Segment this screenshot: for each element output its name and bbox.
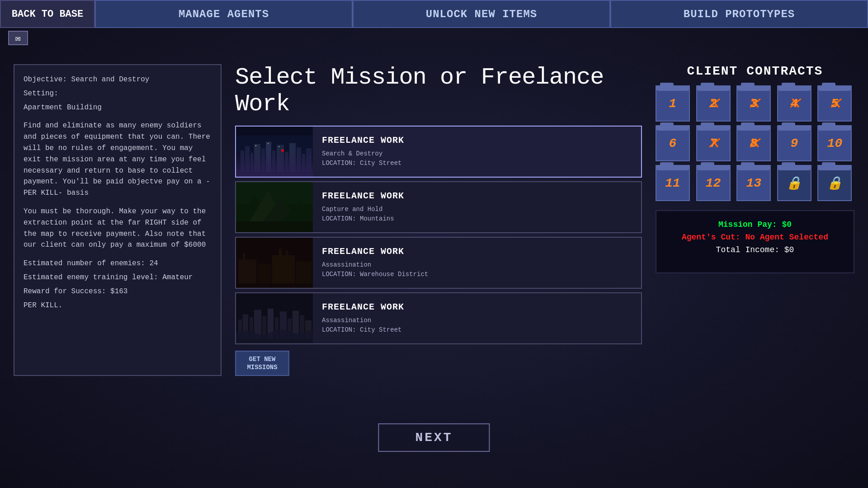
contract-number-4: 4 xyxy=(790,97,798,111)
folder-tab-15 xyxy=(822,162,835,167)
svg-rect-2 xyxy=(241,150,244,172)
contracts-grid: 12✕3✕4✕5✕67✕8✕910111213🔒🔒 xyxy=(656,85,854,201)
svg-rect-11 xyxy=(289,143,296,173)
mission-objective: Objective: Search and Destroy xyxy=(24,74,212,85)
mission-card-4[interactable]: FREELANCE WORK Assassination LOCATION: C… xyxy=(235,292,642,344)
mission-mission-type-3: Assassination xyxy=(322,261,371,268)
mission-location-1: LOCATION: City Street xyxy=(322,160,401,167)
mission-card-4-info: FREELANCE WORK Assassination LOCATION: C… xyxy=(313,293,413,343)
folder-tab-6 xyxy=(660,122,674,127)
svg-rect-16 xyxy=(268,143,269,144)
contract-item-10[interactable]: 10 xyxy=(817,125,852,161)
contract-number-5: 5 xyxy=(831,97,839,111)
svg-rect-27 xyxy=(238,259,256,283)
svg-rect-17 xyxy=(278,146,279,147)
mission-card-2[interactable]: FREELANCE WORK Capture and Hold LOCATION… xyxy=(235,181,642,233)
svg-rect-20 xyxy=(236,182,313,204)
mission-per-kill: PER KILL. xyxy=(24,300,212,311)
income-panel: Mission Pay: $0 Agent's Cut: No Agent Se… xyxy=(656,210,854,273)
contract-item-3[interactable]: 3✕ xyxy=(736,85,771,122)
svg-rect-4 xyxy=(250,153,253,172)
contract-item-13[interactable]: 13 xyxy=(736,165,771,201)
svg-rect-14 xyxy=(306,148,311,172)
contract-item-14[interactable]: 🔒 xyxy=(777,165,811,201)
income-mission-pay: Mission Pay: $0 xyxy=(665,220,844,229)
mail-icon[interactable]: ✉ xyxy=(8,31,28,45)
svg-rect-0 xyxy=(236,127,313,177)
lock-icon-15: 🔒 xyxy=(827,175,843,191)
mission-card-1[interactable]: FREELANCE WORK Search & Destroy LOCATION… xyxy=(235,126,642,178)
mission-location-4: LOCATION: City Street xyxy=(322,326,401,333)
contract-number-1: 1 xyxy=(669,97,677,111)
contract-item-8[interactable]: 8✕ xyxy=(736,125,771,161)
contract-item-11[interactable]: 11 xyxy=(656,165,690,201)
mission-mission-type-1: Search & Destroy xyxy=(322,150,382,157)
income-agent-cut: Agent's Cut: No Agent Selected xyxy=(665,233,844,242)
folder-tab-12 xyxy=(701,162,714,167)
contract-item-15[interactable]: 🔒 xyxy=(817,165,852,201)
get-new-missions-button[interactable]: GET NEW MISSIONS xyxy=(235,351,289,376)
folder-tab-14 xyxy=(782,162,795,167)
lock-icon-14: 🔒 xyxy=(786,175,802,191)
mission-card-3-info: FREELANCE WORK Assassination LOCATION: W… xyxy=(313,238,437,288)
contract-number-2: 2 xyxy=(709,97,717,111)
contract-item-5[interactable]: 5✕ xyxy=(817,85,852,122)
contract-item-7[interactable]: 7✕ xyxy=(696,125,731,161)
mission-list: FREELANCE WORK Search & Destroy LOCATION… xyxy=(235,126,642,344)
mission-description: Find and eliminate as many enemy soldier… xyxy=(24,120,212,199)
manage-agents-button[interactable]: MANAGE AGENTS xyxy=(95,0,353,28)
folder-tab-11 xyxy=(660,162,674,167)
next-button[interactable]: NEXT xyxy=(378,423,490,452)
mission-detail-2: Capture and Hold LOCATION: Mountains xyxy=(322,205,404,224)
contract-number-3: 3 xyxy=(750,97,758,111)
svg-rect-25 xyxy=(236,221,313,232)
contract-item-2[interactable]: 2✕ xyxy=(696,85,731,122)
mission-card-3[interactable]: FREELANCE WORK Assassination LOCATION: W… xyxy=(235,237,642,289)
svg-rect-5 xyxy=(254,144,260,173)
svg-rect-31 xyxy=(243,253,245,262)
build-prototypes-button[interactable]: BUILD PROTOTYPES xyxy=(610,0,868,28)
folder-tab-4 xyxy=(782,83,795,87)
contract-number-9: 9 xyxy=(790,136,798,150)
mission-location-3: LOCATION: Warehouse District xyxy=(322,271,428,278)
svg-rect-1 xyxy=(236,135,313,153)
mission-thumbnail-1 xyxy=(236,127,313,177)
contract-item-4[interactable]: 4✕ xyxy=(777,85,811,122)
mission-type-4: FREELANCE WORK xyxy=(322,302,404,312)
mission-thumbnail-4 xyxy=(236,293,313,343)
contract-item-6[interactable]: 6 xyxy=(656,125,690,161)
svg-rect-9 xyxy=(277,145,284,173)
contract-number-12: 12 xyxy=(706,176,721,190)
unlock-new-items-button[interactable]: UNLOCK NEW ITEMS xyxy=(353,0,610,28)
folder-tab-10 xyxy=(822,122,835,127)
folder-tab-3 xyxy=(741,83,755,87)
svg-rect-33 xyxy=(286,251,288,257)
mission-card-2-info: FREELANCE WORK Capture and Hold LOCATION… xyxy=(313,182,413,232)
folder-tab-5 xyxy=(822,83,835,87)
svg-rect-13 xyxy=(302,154,305,173)
svg-rect-7 xyxy=(266,142,271,173)
mission-thumbnail-3 xyxy=(236,238,313,288)
contract-item-12[interactable]: 12 xyxy=(696,165,731,201)
mission-detail-4: Assassination LOCATION: City Street xyxy=(322,316,404,335)
mission-thumbnail-2 xyxy=(236,182,313,232)
mission-card-1-info: FREELANCE WORK Search & Destroy LOCATION… xyxy=(313,127,413,177)
svg-point-18 xyxy=(281,149,284,152)
contract-number-8: 8 xyxy=(750,136,758,150)
client-contracts-section: CLIENT CONTRACTS 12✕3✕4✕5✕67✕8✕910111213… xyxy=(656,64,854,201)
svg-rect-30 xyxy=(296,262,311,283)
contract-item-9[interactable]: 9 xyxy=(777,125,811,161)
next-button-container: NEXT xyxy=(378,423,490,452)
back-to-base-button[interactable]: Back to Base xyxy=(0,0,95,28)
contract-number-13: 13 xyxy=(746,176,761,190)
folder-tab-2 xyxy=(701,83,714,87)
mission-location-2: LOCATION: Mountains xyxy=(322,215,394,222)
mission-detail-1: Search & Destroy LOCATION: City Street xyxy=(322,149,404,168)
page-title: Select Mission or Freelance Work xyxy=(235,64,642,117)
contract-item-1[interactable]: 1 xyxy=(656,85,690,122)
center-panel: Select Mission or Freelance Work xyxy=(235,64,642,376)
mission-type-1: FREELANCE WORK xyxy=(322,135,404,145)
contract-number-6: 6 xyxy=(669,136,677,150)
main-content: Objective: Search and Destroy Setting: A… xyxy=(0,64,868,376)
mission-mission-type-2: Capture and Hold xyxy=(322,206,382,213)
